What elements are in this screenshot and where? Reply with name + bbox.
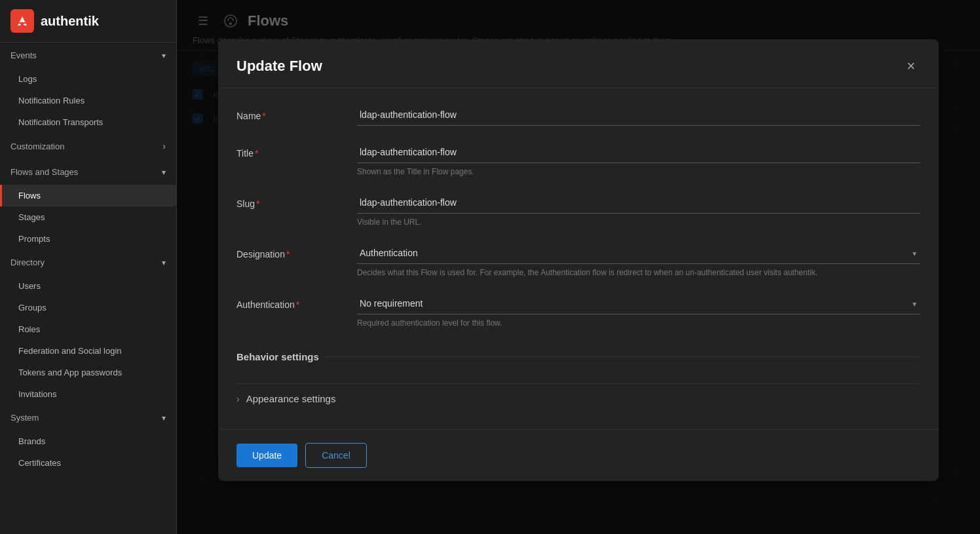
sidebar-section-system[interactable]: System: [0, 405, 176, 430]
authentication-select[interactable]: No requirement Require unauthenticated R…: [357, 293, 920, 315]
sidebar-item-stages[interactable]: Stages: [0, 206, 176, 228]
sidebar-section-events-label: Events: [10, 50, 37, 60]
title-field-group: Title* Shown as the Title in Flow pages.: [236, 142, 920, 176]
designation-select-wrapper: Authentication Enrollment Invalidation R…: [357, 242, 920, 264]
sidebar-section-customization[interactable]: Customization: [0, 133, 176, 159]
sidebar-section-events[interactable]: Events: [0, 43, 176, 68]
authentication-field-group: Authentication* No requirement Require u…: [236, 293, 920, 328]
sidebar-item-flows[interactable]: Flows: [0, 185, 176, 206]
title-label: Title*: [236, 142, 341, 159]
sidebar-logo: authentik: [0, 0, 176, 43]
name-field: [357, 104, 920, 126]
sidebar-item-certificates[interactable]: Certificates: [0, 452, 176, 474]
sidebar-item-brands[interactable]: Brands: [0, 430, 176, 452]
cancel-button[interactable]: Cancel: [305, 443, 367, 468]
sidebar-item-invitations[interactable]: Invitations: [0, 383, 176, 405]
designation-hint: Decides what this Flow is used for. For …: [357, 268, 920, 277]
sidebar-section-directory-label: Directory: [10, 257, 45, 267]
title-hint: Shown as the Title in Flow pages.: [357, 167, 920, 176]
update-button[interactable]: Update: [236, 444, 297, 467]
sidebar-section-flows-stages-label: Flows and Stages: [10, 167, 78, 177]
sidebar-section-events-chevron: [162, 50, 166, 60]
title-field: Shown as the Title in Flow pages.: [357, 142, 920, 176]
designation-field: Authentication Enrollment Invalidation R…: [357, 242, 920, 277]
behavior-settings-section: Behavior settings: [236, 343, 920, 370]
modal-title: Update Flow: [236, 58, 322, 75]
main-content: ☰ Flows Flows describe a chain of Stages…: [177, 0, 980, 534]
sidebar-item-logs[interactable]: Logs: [0, 68, 176, 90]
sidebar-section-customization-chevron: [162, 141, 166, 151]
appearance-chevron-icon: ›: [236, 394, 240, 404]
behavior-settings-line: [326, 356, 920, 357]
sidebar-item-notification-rules[interactable]: Notification Rules: [0, 90, 176, 111]
authentication-label: Authentication*: [236, 293, 341, 310]
sidebar-section-flows-stages-chevron: [162, 167, 166, 177]
slug-input[interactable]: [357, 192, 920, 214]
slug-field-group: Slug* Visible in the URL.: [236, 192, 920, 227]
sidebar-section-customization-label: Customization: [10, 142, 64, 151]
designation-label: Designation*: [236, 242, 341, 259]
logo-icon: [10, 9, 34, 33]
name-input[interactable]: [357, 104, 920, 126]
authentication-field: No requirement Require unauthenticated R…: [357, 293, 920, 328]
sidebar-item-tokens[interactable]: Tokens and App passwords: [0, 362, 176, 383]
svg-rect-0: [19, 22, 26, 24]
sidebar-section-system-label: System: [10, 413, 39, 423]
slug-field: Visible in the URL.: [357, 192, 920, 227]
name-label: Name*: [236, 104, 341, 121]
title-input[interactable]: [357, 142, 920, 163]
logo-text: authentik: [41, 14, 99, 29]
behavior-settings-header[interactable]: Behavior settings: [236, 343, 920, 370]
sidebar-item-federation-social[interactable]: Federation and Social login: [0, 340, 176, 362]
sidebar-item-users[interactable]: Users: [0, 275, 176, 297]
modal-body: Name* Title* Shown as the Title in Flow …: [218, 88, 939, 429]
modal-overlay: Update Flow × Name* Title*: [177, 0, 980, 534]
sidebar-item-prompts[interactable]: Prompts: [0, 228, 176, 250]
modal-close-button[interactable]: ×: [901, 55, 920, 77]
sidebar-item-roles[interactable]: Roles: [0, 318, 176, 340]
designation-select[interactable]: Authentication Enrollment Invalidation R…: [357, 242, 920, 264]
behavior-settings-title: Behavior settings: [236, 351, 319, 362]
authentication-hint: Required authentication level for this f…: [357, 318, 920, 328]
update-flow-modal: Update Flow × Name* Title*: [218, 39, 939, 481]
modal-header: Update Flow ×: [218, 39, 939, 88]
appearance-settings-title: Appearance settings: [246, 393, 336, 404]
modal-footer: Update Cancel: [218, 429, 939, 481]
appearance-settings-section[interactable]: › Appearance settings: [236, 383, 920, 413]
authentication-select-wrapper: No requirement Require unauthenticated R…: [357, 293, 920, 315]
name-field-group: Name*: [236, 104, 920, 126]
sidebar: authentik Events Logs Notification Rules…: [0, 0, 177, 534]
designation-field-group: Designation* Authentication Enrollment I…: [236, 242, 920, 277]
slug-hint: Visible in the URL.: [357, 218, 920, 227]
slug-label: Slug*: [236, 192, 341, 209]
sidebar-section-directory[interactable]: Directory: [0, 250, 176, 275]
sidebar-section-flows-stages[interactable]: Flows and Stages: [0, 159, 176, 185]
sidebar-item-notification-transports[interactable]: Notification Transports: [0, 111, 176, 133]
sidebar-item-groups[interactable]: Groups: [0, 297, 176, 318]
sidebar-section-directory-chevron: [162, 257, 166, 267]
sidebar-section-system-chevron: [162, 413, 166, 423]
